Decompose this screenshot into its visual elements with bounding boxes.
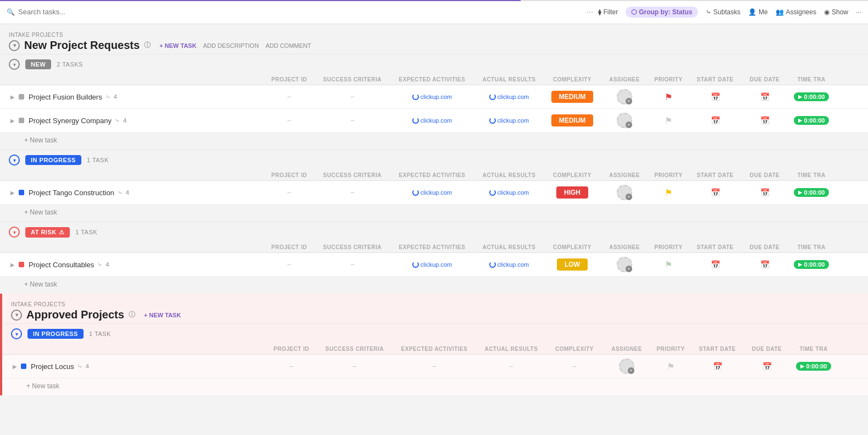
filter-button[interactable]: ⧫ Filter: [598, 8, 618, 16]
section1-add-comment-button[interactable]: ADD COMMENT: [266, 42, 311, 49]
priority-flag-icon[interactable]: ⚑: [665, 115, 672, 126]
due-date-cell[interactable]: 📅: [740, 116, 789, 125]
due-date-calendar-icon[interactable]: 📅: [760, 116, 770, 125]
add-assignee-icon[interactable]: +: [628, 367, 634, 374]
table-row[interactable]: ▶ Project Tango Construction ⤷ 4 – – cli…: [0, 181, 868, 205]
success-criteria-cell: –: [319, 362, 390, 370]
priority-flag-icon[interactable]: ⚑: [665, 260, 672, 270]
inprogress-approved-collapse-button[interactable]: ▾: [11, 328, 22, 339]
task-expand-icon[interactable]: ▶: [11, 362, 19, 370]
due-date-calendar-icon[interactable]: 📅: [762, 362, 772, 371]
due-date-calendar-icon[interactable]: 📅: [760, 188, 770, 197]
start-date-calendar-icon[interactable]: 📅: [711, 92, 720, 101]
new-task-button[interactable]: + New task: [0, 277, 868, 294]
col-due-header3: DUE DATE: [740, 244, 789, 250]
priority-cell[interactable]: ⚑: [646, 188, 690, 198]
show-button[interactable]: ◉ Show: [824, 8, 848, 16]
add-assignee-icon[interactable]: +: [626, 194, 632, 200]
inprogress-group-collapse-button[interactable]: ▾: [9, 155, 20, 166]
start-date-cell[interactable]: 📅: [690, 92, 740, 101]
table-row[interactable]: ▶ Project Consultables ⤷ 4 – – clickup.c…: [0, 253, 868, 277]
start-date-calendar-icon[interactable]: 📅: [713, 362, 722, 371]
complexity-cell[interactable]: MEDIUM: [542, 91, 602, 103]
group-by-status-button[interactable]: ⬡ Group by: Status: [626, 7, 698, 18]
start-date-calendar-icon[interactable]: 📅: [711, 116, 720, 125]
assignee-cell[interactable]: +: [605, 359, 649, 374]
assignee-avatar[interactable]: +: [617, 257, 632, 272]
atrisk-group-collapse-button[interactable]: ▾: [9, 227, 20, 238]
assignee-avatar[interactable]: +: [617, 89, 632, 104]
priority-cell[interactable]: ⚑: [646, 115, 690, 126]
time-tracking-cell[interactable]: ▶ 0:00:00: [789, 92, 833, 101]
time-tracking-cell[interactable]: ▶ 0:00:00: [789, 116, 833, 125]
table-row[interactable]: ▶ Project Locus ⤷ 4 – – – – – + ⚑: [2, 355, 868, 378]
search-input[interactable]: [18, 8, 128, 16]
due-date-calendar-icon[interactable]: 📅: [760, 260, 770, 269]
assignees-button[interactable]: 👥 Assignees: [776, 8, 816, 16]
task-status-dot: [19, 190, 24, 195]
time-tracking-cell[interactable]: ▶ 0:00:00: [789, 188, 833, 197]
start-date-calendar-icon[interactable]: 📅: [711, 188, 720, 197]
section1-info-icon[interactable]: ⓘ: [144, 41, 151, 50]
time-tracking-cell[interactable]: ▶ 0:00:00: [792, 362, 836, 371]
task-expand-icon[interactable]: ▶: [9, 117, 16, 124]
complexity-cell[interactable]: LOW: [542, 258, 602, 271]
start-date-cell[interactable]: 📅: [690, 188, 740, 197]
start-date-cell[interactable]: 📅: [693, 362, 742, 371]
table-row[interactable]: ▶ Project Fusion Builders ⤷ 4 – – clicku…: [0, 85, 868, 109]
section2-collapse-button[interactable]: ▾: [11, 310, 22, 321]
assignee-cell[interactable]: +: [602, 257, 646, 272]
task-expand-icon[interactable]: ▶: [9, 189, 16, 196]
new-task-button[interactable]: + New task: [0, 205, 868, 222]
section1-add-desc-button[interactable]: ADD DESCRIPTION: [203, 42, 258, 49]
priority-cell[interactable]: ⚑: [646, 92, 690, 102]
add-assignee-icon[interactable]: +: [626, 266, 632, 272]
priority-flag-icon[interactable]: ⚑: [667, 361, 675, 372]
priority-cell[interactable]: ⚑: [646, 260, 690, 270]
section1-new-task-button[interactable]: + NEW TASK: [159, 42, 196, 49]
topbar-more-button[interactable]: ···: [856, 8, 861, 16]
task-expand-icon[interactable]: ▶: [9, 261, 16, 268]
complexity-cell[interactable]: MEDIUM: [542, 114, 602, 126]
me-button[interactable]: 👤 Me: [748, 8, 768, 16]
section2-info-icon[interactable]: ⓘ: [129, 310, 135, 320]
more-options-icon[interactable]: ···: [586, 7, 593, 17]
task-expand-icon[interactable]: ▶: [9, 93, 16, 101]
atrisk-status-badge: AT RISK ⚠: [25, 227, 70, 238]
col-project-id-header3: PROJECT ID: [262, 244, 317, 250]
due-date-cell[interactable]: 📅: [740, 260, 789, 269]
table-row[interactable]: ▶ Project Synergy Company ⤷ 4 – – clicku…: [0, 109, 868, 133]
assignee-cell[interactable]: +: [602, 89, 646, 104]
assignee-avatar[interactable]: +: [617, 185, 632, 200]
subtasks-button[interactable]: ⤷ Subtasks: [706, 8, 740, 16]
assignee-cell[interactable]: +: [602, 185, 646, 200]
new-task-button[interactable]: + New task: [0, 133, 868, 150]
due-date-cell[interactable]: 📅: [740, 92, 789, 101]
section1-collapse-button[interactable]: ▾: [9, 40, 20, 51]
due-date-cell[interactable]: 📅: [740, 188, 789, 197]
search-area[interactable]: 🔍: [7, 8, 582, 16]
inprogress-approved-group: ▾ IN PROGRESS 1 TASK PROJECT ID SUCCESS …: [2, 323, 868, 395]
priority-flag-icon[interactable]: ⚑: [665, 92, 672, 102]
time-badge: ▶ 0:00:00: [796, 362, 832, 371]
assignee-avatar[interactable]: +: [619, 359, 634, 374]
add-assignee-icon[interactable]: +: [626, 98, 632, 104]
start-date-calendar-icon[interactable]: 📅: [711, 260, 720, 269]
topbar: 🔍 ··· ⧫ Filter ⬡ Group by: Status ⤷ Subt…: [0, 0, 868, 24]
priority-cell[interactable]: ⚑: [649, 361, 693, 372]
due-date-cell[interactable]: 📅: [742, 362, 792, 371]
time-tracking-cell[interactable]: ▶ 0:00:00: [789, 260, 833, 269]
assignee-cell[interactable]: +: [602, 113, 646, 128]
assignee-avatar[interactable]: +: [617, 113, 632, 128]
priority-flag-icon[interactable]: ⚑: [665, 188, 672, 198]
complexity-cell[interactable]: HIGH: [542, 186, 602, 199]
new-task-button[interactable]: + New task: [2, 378, 868, 395]
section1-label: Intake Projects: [9, 32, 859, 38]
due-date-calendar-icon[interactable]: 📅: [760, 92, 770, 101]
add-assignee-icon[interactable]: +: [626, 122, 632, 128]
start-date-cell[interactable]: 📅: [690, 260, 740, 269]
subtask-icon: ⤷: [106, 93, 110, 101]
start-date-cell[interactable]: 📅: [690, 116, 740, 125]
new-group-collapse-button[interactable]: ▾: [9, 59, 20, 70]
section2-new-task-button[interactable]: + NEW TASK: [144, 312, 181, 318]
